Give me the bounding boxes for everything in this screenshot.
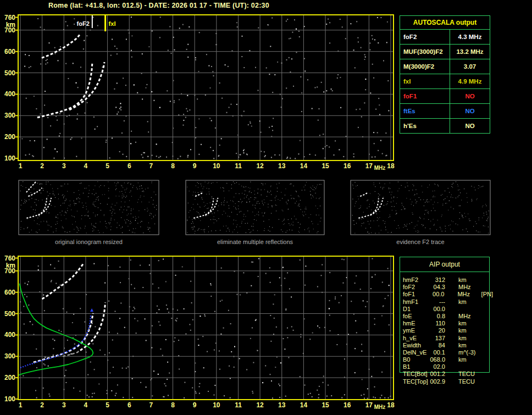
thumbnail-eliminate-multiple-reflections — [186, 180, 324, 235]
parameter-label: ftEs — [400, 104, 450, 118]
aip-row-fof2: foF204.3MHz — [400, 284, 493, 291]
y-axis-unit: km — [6, 21, 15, 29]
svg-text:6: 6 — [128, 162, 131, 170]
svg-text:4: 4 — [84, 162, 88, 170]
parameter-value: 02.0 — [430, 363, 445, 370]
y-axis-unit: km — [6, 262, 15, 269]
parameter-value: 001.2 — [430, 370, 445, 378]
parameter-label: TEC[Bot] — [403, 370, 430, 378]
parameter-value: 3.07 — [450, 59, 490, 74]
parameter-value: 4.3 MHz — [450, 30, 490, 44]
parameter-label: B1 — [403, 363, 430, 370]
svg-text:3: 3 — [62, 162, 66, 170]
parameter-label: hmE — [403, 320, 430, 327]
parameter-value: 4.9 MHz — [450, 74, 490, 88]
aip-row-ewidth: Ewidth84km — [400, 342, 493, 349]
svg-text:200: 200 — [4, 133, 15, 141]
autoscala-row-ftes: ftEsNO — [400, 104, 490, 119]
aip-output-header: AIP output — [400, 257, 489, 272]
x-axis-labels: 123456789101112131415161718MHz — [19, 401, 395, 410]
aip-row-h-ve: h_vE137km — [400, 335, 493, 342]
svg-text:6: 6 — [128, 401, 131, 409]
aip-row-hme: hmE110km — [400, 320, 493, 327]
parameter-value: 13.2 MHz — [450, 45, 490, 59]
marker-fof2: foF2 — [77, 15, 92, 28]
parameter-unit: MHz — [458, 313, 481, 320]
x-axis-unit: MHz — [374, 404, 386, 410]
svg-text:2: 2 — [40, 162, 44, 170]
parameter-value: 137 — [430, 335, 445, 342]
svg-text:18: 18 — [387, 162, 395, 170]
svg-text:12: 12 — [256, 162, 264, 170]
svg-text:2: 2 — [40, 401, 44, 409]
parameter-label: M(3000)F2 — [400, 59, 450, 74]
svg-text:9: 9 — [193, 401, 197, 409]
x-axis-unit: MHz — [374, 165, 386, 171]
autoscala-row-fxi: fxI4.9 MHz — [400, 74, 490, 89]
svg-text:5: 5 — [106, 401, 109, 409]
svg-text:18: 18 — [387, 401, 395, 409]
svg-text:5: 5 — [106, 162, 109, 170]
parameter-unit: TECU — [458, 370, 481, 378]
parameter-unit: km — [458, 320, 481, 327]
parameter-unit: MHz — [458, 284, 481, 291]
parameter-unit: TECU — [458, 378, 481, 385]
aip-row-d1: D100.0 — [400, 306, 493, 313]
parameter-label: DelN_vE — [403, 349, 430, 356]
parameter-value: 00.0 — [430, 306, 445, 313]
svg-text:9: 9 — [193, 162, 197, 170]
parameter-label: MUF(3000)F2 — [400, 45, 450, 59]
parameter-value: 00.1 — [430, 349, 445, 356]
aip-row-deln-ve: DelN_vE00.1m^(-3) — [400, 349, 493, 356]
autoscala-output-table: AUTOSCALA output foF24.3 MHzMUF(3000)F21… — [400, 15, 490, 134]
trace-restored-o-trace — [20, 316, 91, 368]
autoscala-row-muf-3000-f2: MUF(3000)F213.2 MHz — [400, 45, 490, 59]
autoscala-output-rows: foF24.3 MHzMUF(3000)F213.2 MHzM(3000)F23… — [400, 30, 490, 133]
page-title: Rome (lat: +41.8, lon: 012.5) - DATE: 20… — [48, 2, 269, 9]
svg-text:15: 15 — [322, 401, 329, 409]
parameter-unit: km — [458, 327, 481, 334]
parameter-value: 068.0 — [430, 356, 445, 363]
svg-text:13: 13 — [278, 162, 286, 170]
svg-text:17: 17 — [365, 162, 373, 170]
parameter-unit: km — [458, 335, 481, 342]
svg-text:200: 200 — [4, 374, 15, 381]
svg-text:10: 10 — [213, 162, 220, 170]
parameter-value: NO — [450, 119, 490, 133]
parameter-unit: km — [458, 356, 481, 363]
svg-text:760: 760 — [4, 14, 15, 21]
thumbnail-caption-eliminate: eliminate multiple reflections — [186, 239, 324, 246]
svg-text:14: 14 — [300, 162, 308, 170]
svg-text:7: 7 — [149, 162, 153, 170]
aip-row-b1: B102.0 — [400, 363, 493, 370]
svg-text:300: 300 — [4, 352, 15, 360]
aip-row-fof1: foF100.0MHz[PN] — [400, 291, 493, 298]
parameter-value: 002.9 — [430, 378, 445, 385]
svg-text:14: 14 — [300, 401, 308, 409]
trace-f2-x-mode-trace — [80, 302, 106, 350]
thumbnail-caption-evidence: evidence F2 trace — [351, 239, 490, 246]
marker-fxi: fxI — [106, 15, 116, 31]
autoscala-row-m-3000-f2: M(3000)F23.07 — [400, 59, 490, 74]
svg-text:500: 500 — [4, 310, 15, 318]
plot-border — [18, 15, 394, 161]
parameter-label: foE — [403, 313, 430, 320]
svg-text:12: 12 — [256, 401, 264, 409]
svg-text:300: 300 — [4, 112, 15, 119]
marker-label-fof2: foF2 — [77, 20, 90, 27]
svg-text:8: 8 — [171, 401, 175, 409]
autoscala-row-fof1: foF1NO — [400, 89, 490, 104]
parameter-value: 0.8 — [430, 313, 445, 320]
noise-layer — [21, 16, 389, 159]
svg-text:15: 15 — [322, 162, 329, 170]
aip-row-tec-bot: TEC[Bot]001.2TECU — [400, 370, 493, 378]
aip-row-foe: foE0.8MHz — [400, 313, 493, 320]
parameter-value: NO — [450, 89, 490, 103]
parameter-label: TEC[Top] — [403, 378, 430, 385]
svg-text:10: 10 — [213, 401, 220, 409]
autoscala-row-h-es: h'EsNO — [400, 119, 490, 133]
parameter-value: 20 — [430, 327, 445, 334]
parameter-unit — [458, 306, 481, 313]
parameter-value: 84 — [430, 342, 445, 349]
svg-text:17: 17 — [365, 401, 373, 409]
